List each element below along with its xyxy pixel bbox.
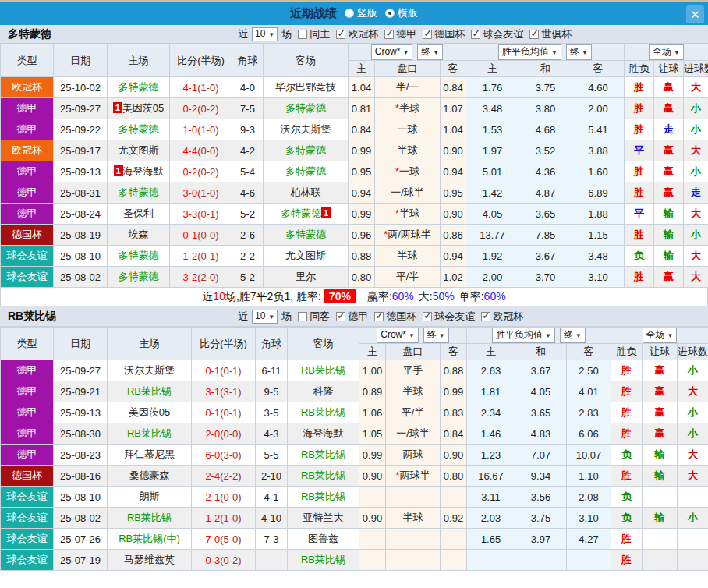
bookmaker-select[interactable]: Crow*▼ xyxy=(377,328,419,343)
date-cell: 25-09-27 xyxy=(54,98,108,119)
away-team-cell: 多特蒙德 xyxy=(264,161,349,182)
match-row: 德甲25-09-271美因茨050-2(0-2)7-5多特蒙德0.81*半球1.… xyxy=(1,98,708,119)
goals-result-cell: 小 xyxy=(678,423,708,445)
final-score: 0-1 xyxy=(205,365,220,377)
bookmaker-select[interactable]: Crow*▼ xyxy=(371,44,413,60)
league-label: 欧冠杯 xyxy=(493,310,523,324)
handicap-cell: 平/半 xyxy=(375,267,441,288)
league-checkbox[interactable] xyxy=(423,30,432,39)
subcol-home-odds: 主 xyxy=(359,344,386,360)
subcol-handicap: 盘口 xyxy=(386,344,441,360)
handicap-cell: 平/半 xyxy=(386,402,441,423)
win-rate-badge: 70% xyxy=(324,289,356,303)
avg-away-cell: 2.83 xyxy=(567,402,611,423)
games-label: 场 xyxy=(281,27,292,41)
avg-odds-select[interactable]: 胜平负均值▼ xyxy=(492,328,555,343)
handicap-cell: 半球 xyxy=(386,508,441,529)
final-score: 3-2 xyxy=(182,271,197,283)
leipzig-recent-table: 类型 日期 主场 比分(半场) 角球 客场 Crow*▼终▼ 胜平负均值▼终▼ … xyxy=(0,327,708,571)
league-checkbox[interactable] xyxy=(481,312,490,321)
competition-cell: 球会友谊 xyxy=(1,487,54,508)
avg-away-cell: 2.50 xyxy=(567,360,611,381)
team-label: 多特蒙德 xyxy=(285,228,326,240)
competition-cell: 德甲 xyxy=(1,402,54,423)
title-bar: 近期战绩 竖版 横版 ✕ xyxy=(0,0,708,25)
score-cell: 3-2(2-0) xyxy=(170,267,232,288)
team-label: 马瑟维兹英 xyxy=(124,554,175,565)
avg-away-cell: 3.88 xyxy=(572,140,625,161)
radio-vertical-layout[interactable] xyxy=(345,9,354,18)
avg-away-cell: 1.15 xyxy=(572,225,625,246)
avg-home-cell: 1.92 xyxy=(466,246,519,267)
half-score: (1-0) xyxy=(197,124,218,136)
fulltime-select[interactable]: 全场▼ xyxy=(649,44,684,60)
handicap-cell xyxy=(386,550,441,571)
home-team-cell: 尤文图斯 xyxy=(108,140,170,161)
close-button[interactable]: ✕ xyxy=(686,5,704,23)
crow-home-odds xyxy=(359,487,386,508)
match-count-select[interactable]: 10▼ xyxy=(252,27,278,41)
final-score: 0-1 xyxy=(182,229,197,241)
result-cell: 负 xyxy=(611,508,643,529)
fulltime-select[interactable]: 全场▼ xyxy=(643,328,678,343)
avg-draw-cell: 3.75 xyxy=(519,77,572,98)
result-cell: 胜 xyxy=(611,402,643,423)
odds-time-select[interactable]: 终▼ xyxy=(417,44,443,60)
same-venue-checkbox[interactable] xyxy=(298,312,307,321)
away-team-cell: 海登海默 xyxy=(288,423,359,445)
date-cell: 25-08-16 xyxy=(54,466,108,487)
team-label: 科隆 xyxy=(313,385,334,397)
competition-cell: 德甲 xyxy=(1,204,54,225)
subcol-away-odds: 客 xyxy=(441,344,467,360)
radio-horizontal-layout[interactable] xyxy=(385,9,395,18)
handicap-result-cell: 输 xyxy=(654,225,684,246)
league-checkbox[interactable] xyxy=(336,30,345,39)
match-count-select[interactable]: 10▼ xyxy=(252,310,278,324)
avg-odds-select[interactable]: 胜平负均值▼ xyxy=(498,44,561,60)
same-venue-checkbox[interactable] xyxy=(298,30,307,39)
avg-draw-cell: 3.75 xyxy=(515,508,567,529)
away-team-cell: RB莱比锡 xyxy=(288,550,359,571)
away-team-cell: 毕尔巴鄂竞技 xyxy=(264,77,349,98)
league-checkbox[interactable] xyxy=(384,30,394,39)
match-row: 德甲25-08-23拜仁慕尼黑6-0(3-0)5-5RB莱比锡0.99两球0.9… xyxy=(1,445,708,466)
team-name: RB莱比锡 xyxy=(8,310,238,324)
fulltime-dropdown-cell: 全场▼ xyxy=(611,328,708,344)
goals-result-cell: 大 xyxy=(684,246,708,267)
avg-away-cell: 1.60 xyxy=(572,161,625,182)
crow-home-odds xyxy=(359,550,386,571)
handicap-cell: 两球 xyxy=(386,445,441,466)
match-row: 德甲25-09-27沃尔夫斯堡0-1(0-1)6-11RB莱比锡1.00平手0.… xyxy=(1,360,708,381)
league-checkbox[interactable] xyxy=(374,312,384,321)
avg-home-cell: 13.77 xyxy=(466,225,519,246)
card-badge: 1 xyxy=(114,165,123,176)
half-score: (5-0) xyxy=(220,533,241,545)
avg-time-select[interactable]: 终▼ xyxy=(566,44,592,60)
handicap-cell: 半球 xyxy=(375,246,441,267)
avg-draw-cell: 4.87 xyxy=(519,182,572,204)
team-name: 多特蒙德 xyxy=(8,27,238,41)
avg-draw-cell: 3.52 xyxy=(519,140,572,161)
team-label: 多特蒙德 xyxy=(285,144,326,156)
stat-value: 60% xyxy=(484,290,506,303)
home-team-cell: RB莱比锡 xyxy=(108,423,192,445)
half-score: (0-1) xyxy=(197,208,218,220)
competition-cell: 德甲 xyxy=(1,381,54,402)
league-checkbox[interactable] xyxy=(423,312,432,321)
away-team-cell: 多特蒙德1 xyxy=(264,204,349,225)
odds-time-select[interactable]: 终▼ xyxy=(423,328,449,343)
result-cell: 胜 xyxy=(611,423,643,445)
avg-home-cell: 3.48 xyxy=(466,98,519,119)
summary-record: 场,胜7平2负1, 胜率: xyxy=(225,290,321,303)
stat-label: 单率: xyxy=(459,290,484,303)
competition-cell: 德国杯 xyxy=(1,225,54,246)
league-checkbox[interactable] xyxy=(471,30,480,39)
avg-draw-cell: 3.67 xyxy=(519,246,572,267)
final-score: 1-2 xyxy=(182,250,197,262)
league-checkbox[interactable] xyxy=(336,312,345,321)
home-team-cell: 1美因茨05 xyxy=(108,98,170,119)
handicap-result-cell: 赢 xyxy=(643,402,678,423)
league-checkbox[interactable] xyxy=(529,30,539,39)
crow-away-odds: 0.90 xyxy=(441,204,466,225)
avg-time-select[interactable]: 终▼ xyxy=(560,328,586,343)
